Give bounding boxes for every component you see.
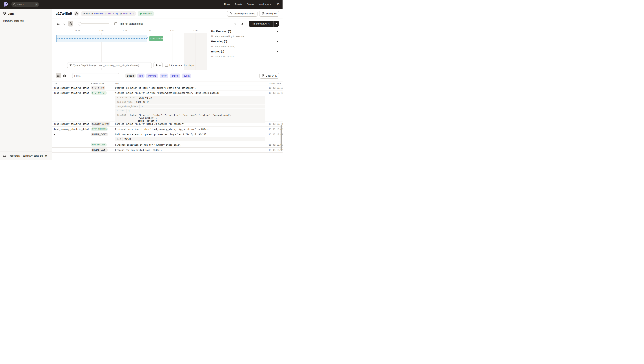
nav-status[interactable]: Status [247,3,254,6]
log-row[interactable]: load_summary_sta…trip_dataframe HANDLED_… [52,122,282,127]
column-divider[interactable] [89,82,89,160]
history-icon: ↺ [83,12,85,15]
header-info: INFO [113,82,267,84]
log-row[interactable]: - RUN_SUCCESS Finished execution of run … [52,142,282,148]
section-errored-empty: No steps have errored [207,54,282,59]
timestamp-cell: 15:30:18.451 [267,127,282,130]
search-icon [13,3,16,6]
graph-query-toggle-button[interactable] [154,62,162,68]
level-chip-error[interactable]: error [160,74,168,78]
event-type-badge: STEP_OUTPUT [91,91,107,94]
collapse-all-button[interactable] [232,21,238,26]
view-tags-config-button[interactable]: View tags and config [227,11,258,16]
status-label: Success [143,12,152,15]
log-structured-view-button[interactable] [62,73,67,78]
gantt-waterfall-view-button[interactable] [62,21,67,26]
sidebar-title-label: Jobs [8,12,14,16]
op-selector-icon [69,64,72,67]
gantt-step-bar[interactable]: load_summary_ [149,36,163,41]
info-circle-icon [75,12,78,15]
run-status-badge: Success [138,11,154,16]
level-chip-warning[interactable]: warning [146,74,158,78]
step-subset-inputbox[interactable] [67,62,152,68]
top-nav-links: Runs Assets Status Workspace ⚙ [224,3,280,6]
reload-repository-icon[interactable]: ↻ [45,154,47,157]
section-executing[interactable]: Executing (0) [207,39,282,44]
level-chip-event[interactable]: event [182,74,191,78]
log-row[interactable]: load_summary_sta…trip_dataframe STEP_STA… [52,86,282,90]
header-timestamp: TIMESTAMP [267,82,282,84]
level-chip-debug[interactable]: debug [125,74,136,78]
axis-tick: 1.5s [123,29,128,32]
metadata-row: num_unique_bikes3 [115,104,265,109]
chevron-down-icon [276,51,278,52]
op-cell: load_summary_sta…trip_dataframe [52,122,89,125]
hide-not-started-checkbox[interactable] [114,22,117,25]
flat-list-icon [57,22,60,25]
log-level-filters: debug info warning error critical event [125,74,191,78]
event-type-badge: STEP_START [91,86,106,90]
run-logs-section: debug info warning error critical event … [52,70,282,160]
log-row[interactable]: load_summary_sta…trip_dataframe STEP_OUT… [52,90,282,122]
info-cell: Process for run exited (pid: 93424). [115,149,162,151]
gantt-chart: 0.5s 1.0s 1.5s 2.0s 2.5s 3.0s load_summa… [52,29,207,70]
search-shortcut-key: / [35,3,38,6]
gantt-zoom-slider[interactable] [78,22,109,26]
level-chip-critical[interactable]: critical [170,74,180,78]
hide-unselected-label[interactable]: Hide unselected steps [170,64,194,67]
hide-not-started-label[interactable]: Hide not started steps [119,22,143,25]
global-search[interactable]: / [11,2,39,7]
list-icon [57,74,60,77]
snapshot-link[interactable]: f61f761c [123,12,134,15]
log-row[interactable]: load_summary_sta…trip_dataframe STEP_SUC… [52,127,282,132]
debug-file-button[interactable]: Debug file [259,11,279,16]
axis-tick: 2.0s [146,29,151,32]
nav-workspace[interactable]: Workspace [259,3,271,6]
level-chip-info[interactable]: info [137,74,145,78]
run-info-icon[interactable] [74,11,79,16]
step-subset-input[interactable] [73,64,150,67]
gantt-timed-view-button[interactable] [68,21,73,26]
reexecute-all-button[interactable]: Re-execute All (*) [249,22,273,25]
section-errored[interactable]: Errored (0) [207,49,282,54]
timestamp-cell: 15:30:18.427 [267,90,282,94]
hide-unselected-checkbox[interactable] [165,64,168,67]
layers-icon [155,64,158,67]
section-not-executed[interactable]: Not Executed (0) [207,29,282,34]
log-row[interactable]: - ENGINE_EVENT Process for run exited (p… [52,148,282,153]
log-filter-input[interactable] [74,74,117,77]
folder-icon [3,154,6,157]
log-list-view-button[interactable] [56,73,61,78]
section-title: Not Executed (0) [211,30,231,33]
header-event-type: EVENT TYPE [89,82,113,84]
expand-all-button[interactable] [240,21,245,26]
job-link[interactable]: summary_stats_trip [94,12,118,15]
download-circle-icon [262,12,264,15]
column-divider[interactable] [267,82,267,160]
log-row[interactable]: - ENGINE_EVENT Multiprocess executor: pa… [52,132,282,142]
chevron-up-icon [159,65,161,66]
vertical-scrollbar-thumb[interactable] [280,125,282,151]
status-dot [140,13,142,14]
run-header: c17a48e9 ↺ Run of summary_stats_trip @ f… [52,9,282,19]
slider-knob[interactable] [78,22,81,26]
copy-url-button[interactable]: Copy URL [260,73,279,78]
timestamp-cell: 15:30:18.895 [267,132,282,136]
axis-tick: 0.5s [76,29,80,32]
settings-gear-icon[interactable]: ⚙ [277,3,280,6]
log-filter-inputbox[interactable] [72,73,119,78]
slider-track[interactable] [78,24,109,24]
reexecute-split-button: Re-execute All (*) [249,21,279,27]
gantt-flat-view-button[interactable] [56,21,61,26]
debug-file-label: Debug file [266,12,276,15]
axis-tick: 1.0s [99,29,104,32]
reexecute-dropdown-button[interactable] [273,21,279,27]
nav-assets[interactable]: Assets [234,3,242,6]
timestamp-cell: 15:30:18.152 [267,86,282,89]
search-input[interactable] [17,3,32,6]
dagster-logo-icon[interactable] [3,2,8,7]
sidebar-jobs-header: Jobs [3,12,49,16]
nav-runs[interactable]: Runs [224,3,230,6]
collapse-down-icon [234,22,236,25]
sidebar-item-summary-stats-trip[interactable]: summary_stats_trip [3,20,49,22]
